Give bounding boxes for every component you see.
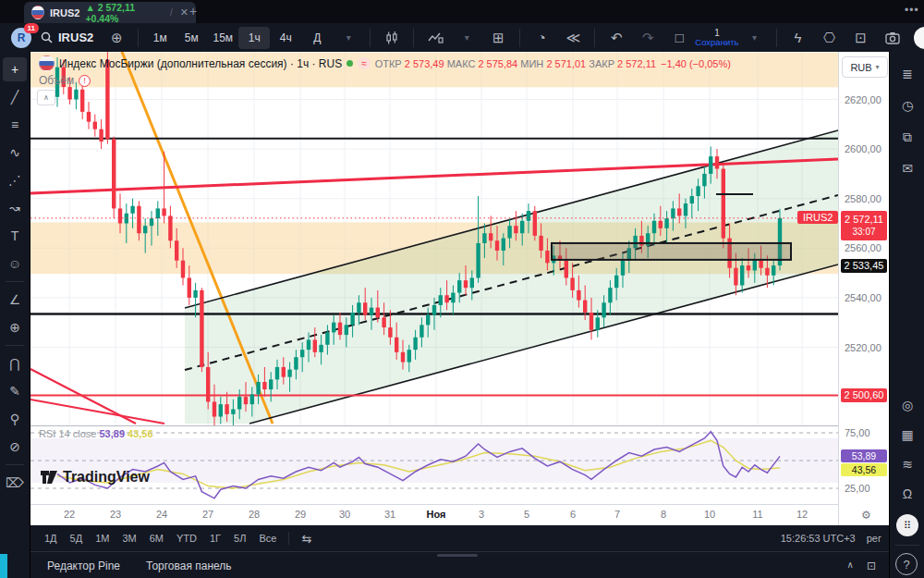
layout-select-icon[interactable]: □ bbox=[663, 27, 695, 49]
pattern-tool[interactable]: ∿ bbox=[3, 141, 27, 165]
accent-strip bbox=[0, 554, 7, 578]
axis-settings-gear-icon[interactable]: ⚙ bbox=[861, 509, 871, 522]
undo-button[interactable]: ↶ bbox=[601, 27, 632, 49]
range-3М[interactable]: 3М bbox=[116, 530, 142, 547]
stay-in-drawing-mode-button[interactable]: ✎ bbox=[3, 379, 27, 403]
add-symbol-button[interactable]: ⊕ bbox=[101, 27, 132, 49]
text-tool[interactable]: T bbox=[3, 224, 27, 248]
crosshair-tool[interactable]: + bbox=[3, 57, 27, 81]
alerts-icon[interactable]: ◷ bbox=[896, 94, 918, 117]
delayed-data-icon[interactable]: ≈ bbox=[358, 57, 371, 69]
remove-objects-button[interactable]: ⌦ bbox=[3, 471, 27, 495]
session-label[interactable]: рег bbox=[867, 533, 881, 544]
panel-drag-handle[interactable] bbox=[437, 554, 478, 557]
range-1М[interactable]: 1М bbox=[89, 530, 116, 547]
apps-grid-icon[interactable]: ⠿ bbox=[896, 514, 918, 536]
timeframe-15м[interactable]: 15м bbox=[207, 27, 238, 49]
object-tree-icon[interactable]: ⧉ bbox=[896, 126, 918, 148]
currency-selector[interactable]: RUB▾ bbox=[842, 56, 888, 78]
close-tab-icon[interactable]: ✕ bbox=[180, 6, 188, 18]
symbol-title[interactable]: Индекс МосБиржи (дополнительная сессия) … bbox=[59, 57, 342, 70]
range-buttons: 1Д5Д1М3М6МYTD1Г5ЛВсе bbox=[38, 530, 283, 547]
trend-line-tool[interactable]: ╱ bbox=[3, 85, 27, 109]
prediction-tool[interactable]: ⋰ bbox=[3, 168, 27, 192]
bar-replay-button[interactable]: ≪ bbox=[557, 27, 589, 49]
volume-legend-row[interactable]: Объём ! bbox=[39, 74, 91, 87]
consolidation-box bbox=[552, 243, 791, 260]
panel-maximize-icon[interactable]: ⊡ bbox=[867, 560, 876, 572]
clock-label[interactable]: 15:26:53 UTC+3 bbox=[781, 533, 856, 544]
price-label: 2600,00 bbox=[845, 143, 881, 154]
indicators-button[interactable] bbox=[419, 27, 451, 49]
measure-tool[interactable]: ∠ bbox=[3, 288, 27, 312]
rsi-pane[interactable]: RSI 14 close 53,89 43,56 bbox=[30, 426, 838, 504]
timeframe-4ч[interactable]: 4ч bbox=[270, 27, 301, 49]
range-Все[interactable]: Все bbox=[252, 530, 283, 547]
range-1Д[interactable]: 1Д bbox=[38, 530, 64, 547]
tradingview-app: IRUS2 ▲ 2 572,11 +0.44% / ✕ + ••• R11 IR… bbox=[0, 0, 924, 578]
indicator-templates-chevron-icon[interactable]: ▾ bbox=[451, 27, 482, 49]
time-label: 31 bbox=[384, 509, 395, 520]
data-warning-icon[interactable]: ! bbox=[79, 75, 91, 87]
pine-editor-button[interactable]: Редактор Pine bbox=[38, 556, 129, 576]
notifications-icon[interactable]: Ω bbox=[896, 483, 918, 505]
timeframe-5м[interactable]: 5м bbox=[176, 27, 207, 49]
candle-style-button[interactable] bbox=[376, 27, 407, 49]
notification-badge: 11 bbox=[24, 23, 39, 33]
quick-search-icon[interactable]: ϟ bbox=[783, 27, 814, 49]
candlestick-icon bbox=[384, 31, 399, 45]
time-label: 11 bbox=[752, 509, 762, 520]
magnet-mode-button[interactable]: ⋂ bbox=[3, 351, 27, 375]
ohlc-key: ОТКР bbox=[375, 58, 405, 69]
rsi-legend[interactable]: RSI 14 close 53,89 43,56 bbox=[39, 428, 153, 439]
chat-icon[interactable]: ✉ bbox=[896, 157, 918, 179]
save-layout-button[interactable]: 1 Сохранить bbox=[695, 29, 738, 47]
create-alert-button[interactable]: ◔ bbox=[526, 27, 557, 49]
level-chip-2500: 2 500,60 bbox=[841, 388, 887, 402]
publish-button[interactable]: Опубликовать bbox=[914, 27, 924, 49]
layout-grid-icon[interactable]: ⊞ bbox=[482, 27, 514, 49]
tab-symbol: IRUS2 bbox=[50, 7, 79, 18]
timeframe-chevron-icon[interactable]: ▾ bbox=[333, 27, 364, 49]
timeframe-Д[interactable]: Д bbox=[301, 27, 333, 49]
help-button[interactable]: ? bbox=[895, 553, 918, 575]
time-label: 12 bbox=[796, 509, 808, 520]
pane-separator[interactable] bbox=[30, 425, 889, 426]
range-6М[interactable]: 6М bbox=[143, 530, 170, 547]
ideas-stream-icon[interactable]: ≋ bbox=[896, 453, 918, 475]
time-axis[interactable]: 2223242728293031Ноя35678101112 bbox=[30, 505, 838, 525]
legend-collapse-button[interactable]: ∧ bbox=[37, 90, 55, 105]
price-chart-pane[interactable]: IRUS2 bbox=[30, 52, 838, 425]
emoji-tool[interactable]: ☺ bbox=[3, 252, 27, 276]
range-5Д[interactable]: 5Д bbox=[64, 530, 90, 547]
snapshot-button[interactable] bbox=[877, 27, 908, 49]
chart-legend[interactable]: Индекс МосБиржи (дополнительная сессия) … bbox=[39, 55, 731, 71]
fullscreen-icon[interactable]: ⊡ bbox=[845, 27, 877, 49]
calendar-icon[interactable]: ▦ bbox=[896, 424, 918, 446]
save-chevron-icon[interactable]: ▾ bbox=[739, 27, 771, 49]
timeframe-1ч[interactable]: 1ч bbox=[238, 27, 270, 49]
arrow-marker-tool[interactable]: ↝ bbox=[3, 196, 27, 220]
countdown-timer: 33:07 bbox=[841, 226, 887, 239]
trading-panel-button[interactable]: Торговая панель bbox=[137, 556, 241, 576]
range-5Л[interactable]: 5Л bbox=[227, 530, 252, 547]
range-YTD[interactable]: YTD bbox=[170, 530, 203, 547]
symbol-search-button[interactable]: IRUS2 bbox=[41, 31, 93, 44]
goto-date-icon[interactable]: ⇆ bbox=[295, 529, 318, 548]
tab-more-icon[interactable]: ••• bbox=[905, 4, 919, 17]
screener-icon[interactable]: ◎ bbox=[896, 394, 918, 416]
new-tab-button[interactable]: + bbox=[189, 4, 197, 18]
zoom-in-tool[interactable]: ⊕ bbox=[3, 315, 27, 339]
range-1Г[interactable]: 1Г bbox=[203, 530, 227, 547]
price-axis[interactable]: RUB▾ 2620,002600,002580,002560,002540,00… bbox=[838, 52, 890, 525]
lock-drawings-button[interactable]: ⚲ bbox=[3, 407, 27, 431]
chart-settings-icon[interactable]: ⎔ bbox=[814, 27, 845, 49]
fib-retracement-tool[interactable]: ≡ bbox=[3, 113, 27, 137]
panel-collapse-icon[interactable]: ∧ bbox=[847, 560, 854, 572]
watchlist-icon[interactable]: ≣ bbox=[896, 63, 918, 85]
chart-tab[interactable]: IRUS2 ▲ 2 572,11 +0.44% / ✕ bbox=[24, 2, 196, 23]
redo-button[interactable]: ↷ bbox=[632, 27, 663, 49]
hide-drawings-button[interactable]: ⊘ bbox=[3, 435, 27, 459]
user-avatar[interactable]: R11 bbox=[11, 28, 31, 48]
timeframe-1м[interactable]: 1м bbox=[144, 27, 176, 49]
